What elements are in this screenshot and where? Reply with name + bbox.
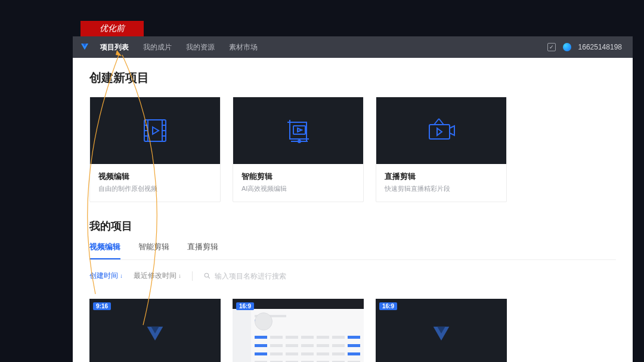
nav-item-project-list[interactable]: 项目列表 [100,42,129,52]
search-input[interactable] [215,272,310,280]
placeholder-logo-icon [429,323,453,349]
project-card[interactable]: 16:9 [233,299,364,362]
create-card-sub: 自由的制作原创视频 [98,184,212,193]
sort-created[interactable]: 创建时间↓ [89,271,123,281]
create-card-title: 直播剪辑 [385,171,498,182]
placeholder-logo-icon [143,323,167,349]
tv-icon [376,97,506,164]
create-card-sub: AI高效视频编辑 [242,184,355,193]
arrow-down-icon: ↓ [120,273,123,279]
svg-rect-14 [429,125,450,139]
checkbox-icon[interactable]: ✓ [547,43,556,51]
project-tabs: 视频编辑 智能剪辑 直播剪辑 [89,242,616,260]
aspect-badge: 16:9 [236,302,254,310]
svg-rect-9 [293,126,305,134]
smart-crop-icon [233,97,363,164]
nav-item-market[interactable]: 素材市场 [229,42,258,52]
aspect-badge: 16:9 [379,302,397,310]
create-card-video-edit[interactable]: 视频编辑 自由的制作原创视频 [89,97,221,202]
create-card-sub: 快速剪辑直播精彩片段 [385,184,498,193]
create-card-live-cut[interactable]: 直播剪辑 快速剪辑直播精彩片段 [376,97,507,202]
create-section-title: 创建新项目 [89,70,616,86]
svg-line-16 [208,277,210,279]
project-card[interactable]: 9:16 [89,299,221,362]
tab-video-edit[interactable]: 视频编辑 [89,242,120,259]
create-card-ai-cut[interactable]: 智能剪辑 AI高效视频编辑 [233,97,364,202]
film-icon [90,97,220,164]
nav-item-my-output[interactable]: 我的成片 [143,42,172,52]
topbar: 项目列表 我的成片 我的资源 素材市场 ✓ 16625148198 [73,36,633,58]
nav-item-my-resources[interactable]: 我的资源 [186,42,215,52]
project-card[interactable]: 16:9 [376,299,507,362]
search-icon [203,272,211,280]
svg-point-15 [205,273,209,277]
create-card-title: 视频编辑 [98,171,212,182]
aspect-badge: 9:16 [93,302,111,310]
arrow-down-icon: ↓ [178,273,181,279]
project-grid: 9:16 [89,299,616,362]
sort-modified[interactable]: 最近修改时间↓ [134,271,181,281]
search-box[interactable] [203,272,310,280]
svg-point-13 [298,140,301,143]
filter-row: 创建时间↓ 最近修改时间↓ [89,271,616,281]
create-card-title: 智能剪辑 [242,171,355,182]
app-logo[interactable] [73,36,97,58]
create-card-row: 视频编辑 自由的制作原创视频 智能剪辑 AI高效视频编辑 直播剪辑 [89,97,616,202]
divider [192,271,193,281]
tab-ai-cut[interactable]: 智能剪辑 [138,242,169,259]
user-id: 16625148198 [578,43,622,51]
user-avatar[interactable] [563,43,571,51]
tab-live-cut[interactable]: 直播剪辑 [187,242,218,259]
before-optimization-tag: 优化前 [80,21,144,36]
page-body: 创建新项目 视频编辑 自由的制作原创视频 智能剪辑 AI高效视频编辑 [73,58,633,362]
top-nav: 项目列表 我的成片 我的资源 素材市场 [100,42,258,52]
my-projects-title: 我的项目 [89,219,616,233]
